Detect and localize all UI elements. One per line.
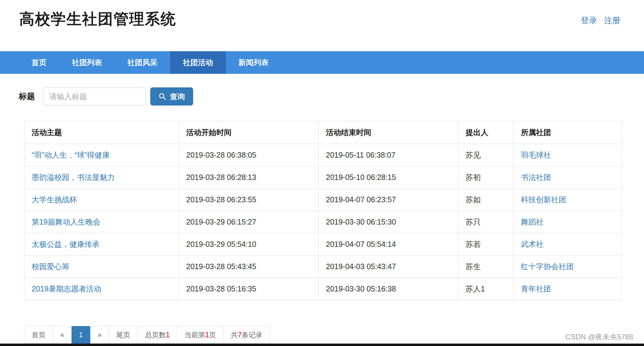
- activity-club-link[interactable]: 书法社团: [521, 173, 551, 181]
- activity-start-cell: 2019-03-29 05:54:10: [179, 233, 319, 256]
- nav-item-club-list[interactable]: 社团列表: [59, 51, 115, 74]
- activity-club-link[interactable]: 青年社团: [521, 285, 551, 293]
- activity-title-link[interactable]: 第19届舞动人生晚会: [32, 218, 100, 226]
- activity-start-cell: 2019-03-28 06:23:55: [179, 189, 319, 211]
- activity-proposer-cell: 苏初: [458, 166, 514, 189]
- records-count: 7: [238, 331, 242, 339]
- activity-club-link[interactable]: 科技创新社团: [521, 195, 566, 204]
- table-header-row: 活动主题 活动开始时间 活动结束时间 提出人 所属社团: [24, 121, 622, 144]
- activity-title-link[interactable]: 墨韵溢校园，书法显魅力: [32, 173, 115, 181]
- activity-title-link[interactable]: 2019暑期志愿者活动: [32, 285, 101, 293]
- column-header-topic: 活动主题: [24, 121, 179, 144]
- current-page-number: 1: [205, 331, 209, 339]
- bottom-border-line: [0, 344, 644, 346]
- activity-club-link[interactable]: 红十字协会社团: [521, 262, 574, 271]
- search-button-label: 查询: [170, 92, 185, 102]
- activities-table-body: “羽”动人生，“球”得健康 2019-03-28 06:38:05 2019-0…: [24, 144, 622, 300]
- total-pages-count: 1: [166, 331, 170, 339]
- pagination: 首页 « 1 » 尾页 总页数1 当前第1页 共7条记录: [24, 326, 644, 344]
- activity-end-cell: 2019-04-07 05:54:14: [319, 233, 458, 256]
- activity-proposer-cell: 苏只: [458, 211, 514, 233]
- table-row: 校园爱心筹 2019-03-28 05:43:45 2019-04-03 05:…: [24, 256, 622, 278]
- main-nav: 首页 社团列表 社团风采 社团活动 新闻列表: [0, 51, 644, 74]
- activity-proposer-cell: 苏生: [458, 256, 514, 278]
- activity-start-cell: 2019-03-28 06:28:13: [179, 166, 319, 189]
- nav-item-home[interactable]: 首页: [19, 51, 59, 74]
- activity-proposer-cell: 苏若: [458, 233, 514, 256]
- activity-club-link[interactable]: 羽毛球社: [521, 151, 551, 159]
- csdn-watermark: CSDN @夜未央5788: [566, 332, 633, 342]
- table-row: 大学生挑战杯 2019-03-28 06:23:55 2019-04-07 06…: [24, 189, 622, 211]
- activity-title-link[interactable]: 校园爱心筹: [32, 262, 69, 271]
- page-header: 高校学生社团管理系统 登录 注册: [0, 0, 644, 51]
- table-row: 2019暑期志愿者活动 2019-03-28 05:16:35 2019-03-…: [24, 278, 622, 300]
- login-link[interactable]: 登录: [581, 16, 597, 25]
- activity-end-cell: 2019-04-03 05:43:47: [319, 256, 458, 278]
- pager-prev-button[interactable]: «: [53, 326, 72, 344]
- table-row: “羽”动人生，“球”得健康 2019-03-28 06:38:05 2019-0…: [24, 144, 622, 166]
- nav-item-club-style[interactable]: 社团风采: [115, 51, 170, 74]
- activity-club-link[interactable]: 武术社: [521, 240, 544, 248]
- pager-next-button[interactable]: »: [90, 326, 109, 344]
- activity-start-cell: 2019-03-28 05:16:35: [179, 278, 319, 300]
- activity-end-cell: 2019-03-30 06:15:30: [319, 211, 458, 233]
- activity-title-link[interactable]: “羽”动人生，“球”得健康: [32, 151, 110, 159]
- search-bar: 标题 查询: [19, 87, 644, 106]
- activity-start-cell: 2019-03-28 06:38:05: [179, 144, 319, 166]
- activity-proposer-cell: 苏如: [458, 189, 514, 211]
- activity-proposer-cell: 苏人1: [458, 278, 514, 300]
- pager-records-info: 共7条记录: [223, 326, 270, 344]
- pager-last-button[interactable]: 尾页: [109, 326, 138, 344]
- activity-end-cell: 2019-03-30 05:16:38: [319, 278, 458, 300]
- search-button[interactable]: 查询: [150, 87, 193, 105]
- pager-current-page-info: 当前第1页: [177, 326, 224, 344]
- search-input[interactable]: [43, 87, 146, 105]
- activity-end-cell: 2019-04-07 06:23:57: [319, 189, 458, 211]
- search-label: 标题: [19, 91, 35, 102]
- activity-start-cell: 2019-03-29 06:15:27: [179, 211, 319, 233]
- table-row: 墨韵溢校园，书法显魅力 2019-03-28 06:28:13 2019-05-…: [24, 166, 622, 189]
- activities-table: 活动主题 活动开始时间 活动结束时间 提出人 所属社团 “羽”动人生，“球”得健…: [24, 121, 622, 300]
- nav-item-club-activities[interactable]: 社团活动: [170, 51, 226, 74]
- table-row: 第19届舞动人生晚会 2019-03-29 06:15:27 2019-03-3…: [24, 211, 622, 233]
- register-link[interactable]: 注册: [604, 16, 620, 25]
- activity-title-link[interactable]: 大学生挑战杯: [32, 195, 77, 204]
- pager-total-pages: 总页数1: [137, 326, 177, 344]
- nav-item-news-list[interactable]: 新闻列表: [226, 51, 281, 74]
- column-header-club: 所属社团: [514, 121, 622, 144]
- activity-end-cell: 2019-05-10 06:28:15: [319, 166, 458, 189]
- activity-club-link[interactable]: 舞蹈社: [521, 218, 544, 226]
- auth-links: 登录 注册: [576, 15, 620, 26]
- site-title: 高校学生社团管理系统: [19, 9, 176, 29]
- activity-title-link[interactable]: 太极公益，健康传承: [32, 240, 100, 248]
- activity-end-cell: 2019-05-11 06:38:07: [319, 144, 458, 166]
- activity-start-cell: 2019-03-28 05:43:45: [179, 256, 319, 278]
- pager-first-button[interactable]: 首页: [24, 326, 53, 344]
- table-row: 太极公益，健康传承 2019-03-29 05:54:10 2019-04-07…: [24, 233, 622, 256]
- column-header-proposer: 提出人: [458, 121, 514, 144]
- search-icon: [158, 93, 166, 100]
- activity-proposer-cell: 苏见: [458, 144, 514, 166]
- column-header-end-time: 活动结束时间: [319, 121, 458, 144]
- column-header-start-time: 活动开始时间: [179, 121, 319, 144]
- pager-page-1-button[interactable]: 1: [72, 326, 91, 344]
